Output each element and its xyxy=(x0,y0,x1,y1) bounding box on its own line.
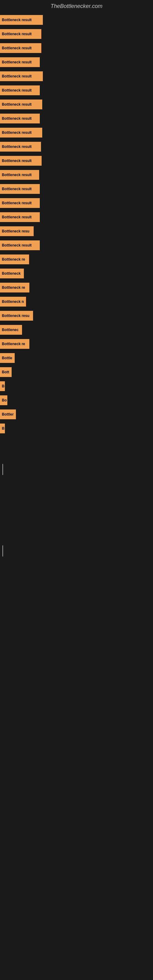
result-bar[interactable]: Bottler xyxy=(0,409,16,419)
result-bar[interactable]: Bottle xyxy=(0,353,15,363)
bar-label: Bottleneck result xyxy=(2,46,32,50)
result-bar[interactable]: Bottleneck result xyxy=(0,114,40,123)
result-bar[interactable]: Bottleneck result xyxy=(0,43,41,53)
bar-label: Bottleneck result xyxy=(2,32,32,36)
bar-label: B xyxy=(2,426,5,431)
result-bar[interactable]: B xyxy=(0,423,5,433)
bar-row xyxy=(0,464,153,475)
result-bar[interactable]: Bottleneck result xyxy=(0,212,40,222)
bar-row: Bottleneck result xyxy=(0,169,153,181)
bar-row: B xyxy=(0,380,153,392)
result-bar[interactable]: Bo xyxy=(0,395,7,405)
bar-row: Bottleneck result xyxy=(0,127,153,138)
bar-row: Bottleneck re xyxy=(0,254,153,265)
bar-label: Bott xyxy=(2,370,9,374)
bar-row: Bottleneck resu xyxy=(0,310,153,321)
bar-row: Bottleneck result xyxy=(0,99,153,110)
result-bar[interactable]: Bottleneck xyxy=(0,269,24,278)
result-bar[interactable]: Bottleneck result xyxy=(0,128,42,137)
site-title: TheBottlenecker.com xyxy=(0,0,153,11)
bar-label: Bottleneck xyxy=(2,271,21,275)
bar-row: Bottleneck result xyxy=(0,113,153,124)
bar-row: Bottleneck xyxy=(0,268,153,279)
bar-label: Bottleneck result xyxy=(2,74,32,78)
bar-row xyxy=(0,518,153,529)
bar-row: Bottleneck result xyxy=(0,28,153,40)
bar-row: Bottleneck result xyxy=(0,42,153,54)
result-bar[interactable]: Bott xyxy=(0,367,12,377)
result-bar[interactable]: Bottlenec xyxy=(0,325,22,335)
bar-label: Bottleneck result xyxy=(2,116,32,121)
bar-row xyxy=(0,505,153,516)
bar-row: Bottleneck result xyxy=(0,197,153,209)
bar-row: Bott xyxy=(0,366,153,378)
cursor-indicator xyxy=(2,546,3,557)
bar-label: Bottleneck re xyxy=(2,257,25,261)
bar-label: Bottle xyxy=(2,356,12,360)
result-bar[interactable]: Bottleneck re xyxy=(0,339,29,349)
bar-label: Bottleneck resu xyxy=(2,313,29,318)
result-bar[interactable]: Bottleneck result xyxy=(0,198,40,208)
chart-area: Bottleneck resultBottleneck resultBottle… xyxy=(0,11,153,557)
bar-row xyxy=(0,478,153,489)
bar-row: Bottleneck result xyxy=(0,14,153,26)
bar-row: Bottleneck result xyxy=(0,70,153,82)
bar-row xyxy=(0,450,153,461)
bar-row: B xyxy=(0,423,153,434)
cursor-indicator xyxy=(2,464,3,475)
result-bar[interactable]: Bottleneck result xyxy=(0,156,41,166)
result-bar[interactable]: Bottleneck n xyxy=(0,297,26,307)
result-bar[interactable]: Bottleneck re xyxy=(0,255,29,264)
bar-row: Bottleneck result xyxy=(0,141,153,153)
bar-label: Bottleneck result xyxy=(2,102,32,107)
bar-row: Bottleneck result xyxy=(0,155,153,167)
bar-row: Bottleneck result xyxy=(0,84,153,96)
result-bar[interactable]: Bottleneck result xyxy=(0,86,40,95)
bar-row xyxy=(0,437,153,448)
bar-row: Bottleneck result xyxy=(0,240,153,251)
result-bar[interactable]: Bottleneck resu xyxy=(0,311,33,321)
result-bar[interactable]: Bottleneck re xyxy=(0,283,29,293)
bar-row: Bottleneck result xyxy=(0,211,153,223)
result-bar[interactable]: Bottleneck result xyxy=(0,15,43,25)
result-bar[interactable]: Bottleneck resu xyxy=(0,226,33,236)
bar-label: Bottleneck result xyxy=(2,88,32,92)
bar-row: Bo xyxy=(0,395,153,406)
result-bar[interactable]: Bottleneck result xyxy=(0,142,41,151)
result-bar[interactable]: Bottleneck result xyxy=(0,29,41,39)
bar-label: Bottleneck result xyxy=(2,243,32,247)
bar-label: Bottlenec xyxy=(2,328,19,332)
bar-label: Bottleneck result xyxy=(2,159,32,163)
bar-label: B xyxy=(2,384,5,388)
bar-row xyxy=(0,545,153,557)
result-bar[interactable]: Bottleneck result xyxy=(0,57,40,67)
bar-row: Bottleneck result xyxy=(0,183,153,195)
bar-row: Bottleneck resu xyxy=(0,225,153,237)
bar-label: Bottleneck result xyxy=(2,215,32,219)
bar-row: Bottle xyxy=(0,352,153,364)
bar-row: Bottlenec xyxy=(0,324,153,336)
result-bar[interactable]: B xyxy=(0,381,5,391)
bar-row xyxy=(0,531,153,542)
bar-row: Bottleneck re xyxy=(0,338,153,350)
result-bar[interactable]: Bottleneck result xyxy=(0,72,43,81)
bar-row: Bottleneck re xyxy=(0,282,153,293)
bar-label: Bottleneck result xyxy=(2,60,32,64)
bar-label: Bottleneck re xyxy=(2,285,25,290)
bar-label: Bottleneck result xyxy=(2,201,32,205)
bar-label: Bottleneck result xyxy=(2,173,32,177)
bar-label: Bottler xyxy=(2,412,14,417)
bar-label: Bottleneck n xyxy=(2,299,24,304)
bar-label: Bottleneck result xyxy=(2,130,32,135)
bar-label: Bottleneck resu xyxy=(2,229,29,233)
bar-row xyxy=(0,491,153,502)
result-bar[interactable]: Bottleneck result xyxy=(0,100,42,109)
bar-row: Bottleneck result xyxy=(0,56,153,68)
bars-container: Bottleneck resultBottleneck resultBottle… xyxy=(0,11,153,557)
result-bar[interactable]: Bottleneck result xyxy=(0,170,39,180)
result-bar[interactable]: Bottleneck result xyxy=(0,240,40,250)
bar-row: Bottler xyxy=(0,409,153,420)
bar-row: Bottleneck n xyxy=(0,296,153,307)
result-bar[interactable]: Bottleneck result xyxy=(0,184,40,194)
bar-label: Bottleneck re xyxy=(2,342,25,346)
